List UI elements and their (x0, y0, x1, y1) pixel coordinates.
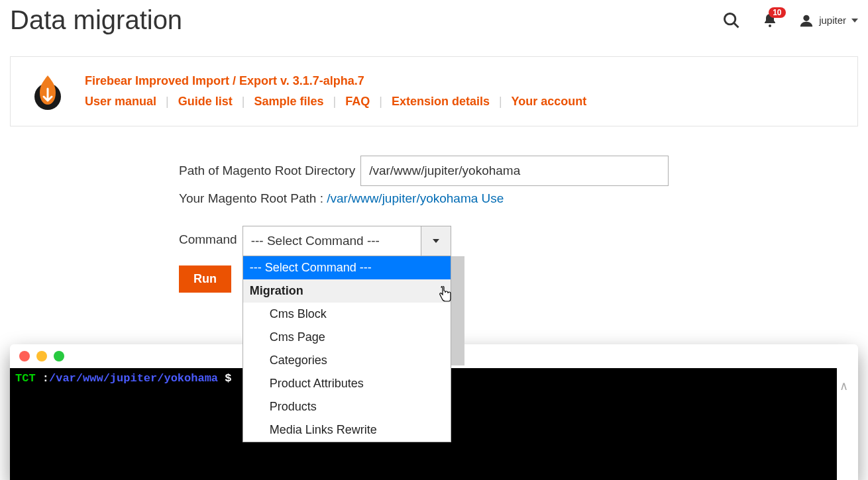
dropdown-scrollbar[interactable] (451, 256, 464, 365)
page-title: Data migration (10, 5, 182, 35)
svg-line-1 (734, 23, 739, 27)
scroll-up-icon[interactable]: ∧ (840, 379, 848, 393)
dropdown-option-product-attributes[interactable]: Product Attributes (243, 372, 451, 395)
search-icon[interactable] (722, 11, 741, 30)
command-label: Command (179, 232, 237, 247)
root-path-link[interactable]: /var/www/jupiter/yokohama Use (327, 191, 504, 205)
dropdown-option-media-links-rewrite[interactable]: Media Links Rewrite (243, 418, 451, 442)
link-sample-files[interactable]: Sample files (254, 95, 323, 109)
path-label: Path of Magento Root Directory (179, 164, 355, 178)
flame-icon (30, 72, 65, 111)
username-label: jupiter (819, 15, 846, 26)
root-path-hint: Your Magento Root Path : /var/www/jupite… (179, 191, 868, 206)
command-select-value: --- Select Command --- (243, 226, 421, 256)
dropdown-option-cms-page[interactable]: Cms Page (243, 326, 451, 349)
dropdown-option-cms-block[interactable]: Cms Block (243, 303, 451, 326)
chevron-down-icon (851, 19, 858, 23)
svg-point-3 (804, 15, 810, 21)
link-faq[interactable]: FAQ (345, 95, 370, 109)
window-minimize-icon[interactable] (36, 351, 47, 361)
svg-point-0 (725, 13, 735, 24)
extension-info-panel: Firebear Improved Import / Export v. 3.1… (10, 56, 858, 126)
command-select-toggle[interactable] (421, 226, 451, 256)
extension-title: Firebear Improved Import / Export v. 3.1… (85, 74, 586, 88)
command-dropdown: --- Select Command --- Migration Cms Blo… (243, 256, 451, 442)
user-menu[interactable]: jupiter (799, 13, 858, 28)
run-button[interactable]: Run (179, 265, 231, 293)
dropdown-option-placeholder[interactable]: --- Select Command --- (243, 256, 451, 279)
notification-badge: 10 (769, 7, 785, 18)
link-user-manual[interactable]: User manual (85, 95, 156, 109)
window-close-icon[interactable] (19, 351, 30, 361)
svg-point-2 (769, 24, 771, 27)
dropdown-option-categories[interactable]: Categories (243, 349, 451, 372)
window-maximize-icon[interactable] (54, 351, 64, 361)
magento-root-path-input[interactable] (360, 156, 669, 186)
command-select[interactable]: --- Select Command --- (243, 226, 451, 256)
dropdown-option-products[interactable]: Products (243, 395, 451, 418)
notifications-icon[interactable]: 10 (762, 13, 778, 28)
chevron-down-icon (433, 239, 439, 243)
link-extension-details[interactable]: Extension details (392, 95, 490, 109)
link-your-account[interactable]: Your account (512, 95, 587, 109)
dropdown-group-migration: Migration (243, 279, 451, 303)
link-guide-list[interactable]: Guide list (178, 95, 233, 109)
